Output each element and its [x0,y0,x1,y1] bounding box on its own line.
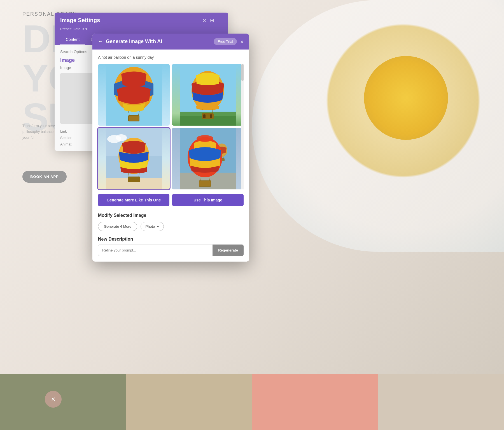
strip-1 [0,374,126,430]
refine-prompt-input[interactable] [98,245,213,256]
svg-rect-5 [129,116,139,121]
ai-dialog-body: A hot air balloon on a sunny day [92,50,249,262]
panel-preset[interactable]: Preset: Default ▾ [60,27,223,31]
panel-title: Image Settings [60,17,100,24]
scrollbar-track [241,64,244,189]
panel-header-icons: ⊙ ⊞ ⋮ [202,17,223,24]
svg-point-19 [116,134,127,141]
flower-center [364,56,448,140]
image-cell-2[interactable] [172,64,244,126]
svg-rect-35 [199,181,211,186]
regenerate-button[interactable]: Regenerate [213,245,244,256]
ai-dialog-title: Generate Image With AI [106,39,162,44]
more-icon[interactable]: ⋮ [218,17,223,24]
refine-input-row: Regenerate [98,245,244,256]
strip-close-icon[interactable]: ✕ [45,391,62,408]
chevron-down-icon: ▾ [157,224,159,229]
back-arrow-icon[interactable]: ← [98,39,103,44]
photo-select[interactable]: Photo ▾ [141,222,164,231]
strip-2 [126,374,252,430]
action-buttons: Generate More Like This One Use This Ima… [98,194,244,206]
ai-dialog-header: ← Generate Image With AI Free Trial × [92,34,249,50]
new-description-title: New Description [98,237,244,242]
generate-more-button[interactable]: Generate More Like This One [98,194,169,206]
use-image-button[interactable]: Use This Image [172,194,244,206]
generate-4-button[interactable]: Generate 4 More [98,222,137,231]
cta-button[interactable]: BOOK AN APP [22,171,67,183]
ai-dialog-title-group: ← Generate Image With AI [98,39,162,44]
ai-generate-dialog: ← Generate Image With AI Free Trial × A … [92,34,249,262]
strip-4 [378,374,504,430]
photo-select-label: Photo [145,224,155,229]
color-strips [0,374,504,430]
svg-point-31 [197,135,213,142]
image-cell-1[interactable] [98,64,170,126]
prompt-text: A hot air balloon on a sunny day [98,55,244,60]
close-dialog-button[interactable]: × [240,39,244,44]
svg-rect-23 [128,177,140,182]
panel-header-top: Image Settings ⊙ ⊞ ⋮ [60,17,223,24]
modify-controls: Generate 4 More Photo ▾ [98,222,244,231]
svg-rect-13 [203,114,206,118]
svg-rect-14 [210,114,212,118]
free-trial-badge[interactable]: Free Trial [214,38,237,45]
crop-icon[interactable]: ⊙ [202,17,207,24]
image-cell-3[interactable] [98,128,170,189]
grid-icon[interactable]: ⊞ [210,17,214,24]
ai-dialog-header-right: Free Trial × [214,38,244,45]
strip-3 [252,374,378,430]
image-cell-4[interactable] [172,128,244,189]
modify-section-title: Modify Selected Image [98,213,244,218]
tab-content[interactable]: Content [60,34,85,45]
scrollbar-thumb[interactable] [241,64,244,81]
image-grid [98,64,244,189]
